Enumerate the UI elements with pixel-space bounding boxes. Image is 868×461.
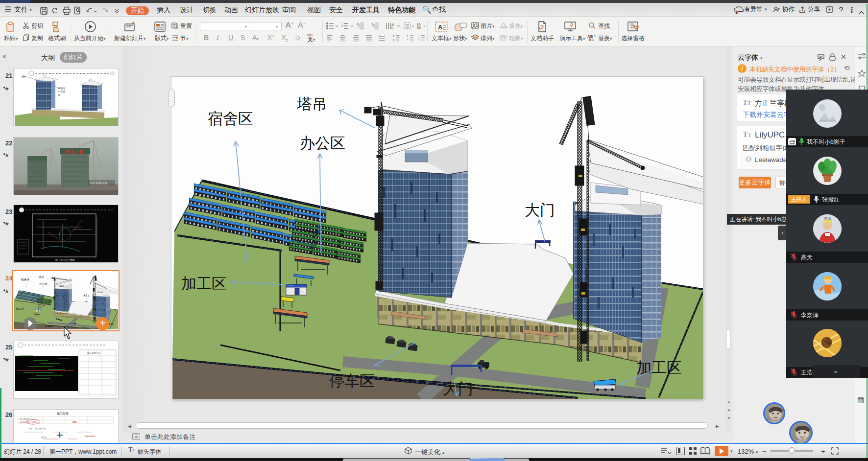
svg-text:A: A [438, 23, 443, 31]
svg-text:B: B [418, 26, 421, 29]
svg-text:璃: 璃 [57, 93, 60, 96]
svg-text:施工进度计划: 施工进度计划 [87, 351, 101, 354]
svg-text:2: 2 [341, 24, 343, 27]
svg-text:地下室: 地下室 [40, 436, 47, 438]
svg-text:A: A [391, 23, 394, 27]
svg-text:钢构: 钢构 [22, 75, 26, 78]
svg-text:施工部署: 施工部署 [57, 412, 69, 415]
svg-text:!: ! [736, 11, 737, 14]
svg-text:双银汽: 双银汽 [58, 87, 65, 90]
svg-text:封顶 大吉: 封顶 大吉 [65, 149, 84, 154]
svg-text:AC: AC [589, 38, 595, 42]
svg-text:BBC: BBC [72, 421, 77, 423]
svg-text:PaperFree: PaperFree [85, 435, 96, 438]
svg-text:澎坊浦海传媒: 澎坊浦海传媒 [90, 181, 107, 185]
svg-text:中空玻: 中空玻 [58, 90, 65, 93]
svg-text:A: A [418, 23, 421, 26]
svg-text:地下室工程平面图: 地下室工程平面图 [55, 258, 75, 262]
svg-text:一段 二段 三段 四段: 一段 二段 三段 四段 [28, 427, 46, 430]
